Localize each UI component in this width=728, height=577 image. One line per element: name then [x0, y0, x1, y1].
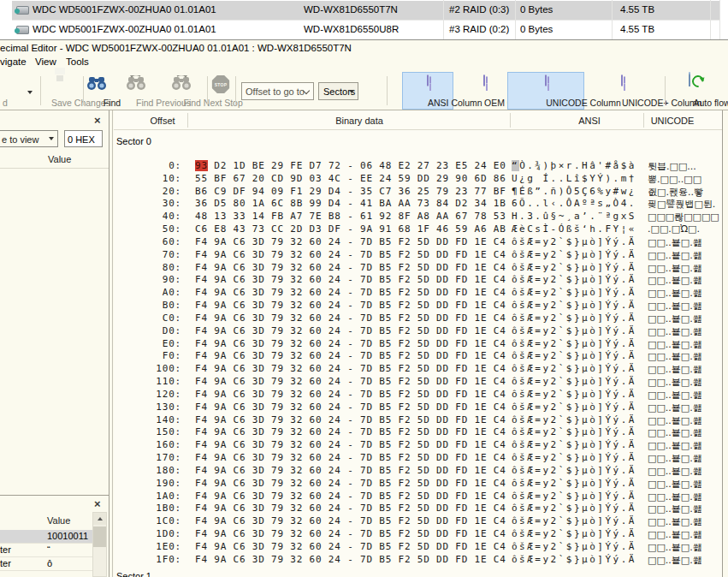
- hex-row-ansi[interactable]: ôšÆ=y2`$}µò]Ýý.Ä: [512, 389, 636, 400]
- hex-editor-panel[interactable]: Offset Binary data ANSI UNICODE Sector 0…: [114, 110, 722, 577]
- hex-row-unicode[interactable]: □□..뵽□.쐞: [648, 262, 702, 275]
- hex-row[interactable]: E0:F4 9A C6 3D 79 32 60 24 - 7D B5 F2 5D…: [114, 337, 722, 350]
- hex-row-bytes[interactable]: F4 9A C6 3D 79 32 60 24 - 7D B5 F2 5D DD…: [195, 414, 506, 425]
- hex-row-bytes[interactable]: F4 9A C6 3D 79 32 60 24 - 7D B5 F2 5D DD…: [195, 338, 506, 349]
- hex-row-unicode[interactable]: □□..뵽□.쐞: [648, 528, 702, 541]
- hex-row-ansi[interactable]: ¶Éß”.ñ)Ô5Ç6%y#w¿: [512, 186, 636, 197]
- inspector-row[interactable]: terô: [0, 557, 92, 571]
- hex-row-ansi[interactable]: U¿g Í..Lî$YÝ).m†: [512, 173, 636, 184]
- template-select[interactable]: e to view: [0, 130, 58, 147]
- hex-row[interactable]: 170:F4 9A C6 3D 79 32 60 24 - 7D B5 F2 5…: [114, 451, 722, 464]
- hex-row-bytes[interactable]: F4 9A C6 3D 79 32 60 24 - 7D B5 F2 5D DD…: [195, 262, 506, 273]
- hex-row-bytes[interactable]: F4 9A C6 3D 79 32 60 24 - 7D B5 F2 5D DD…: [195, 249, 506, 260]
- hex-row-unicode[interactable]: 뽕.□□..□□: [648, 173, 701, 186]
- hex-row[interactable]: 50:C6 E8 43 73 CC 2D D3 DF - 9A 91 68 1F…: [114, 223, 722, 235]
- hex-row-unicode[interactable]: □□..뵽□.쐞: [648, 452, 702, 465]
- find-button[interactable]: Find: [81, 73, 112, 109]
- unicodeplus-column-toggle[interactable]: UNI+ UNICODE+ Column: [585, 73, 659, 109]
- hex-row-unicode[interactable]: □□..뵽□.쐞: [648, 236, 702, 249]
- hex-row-ansi[interactable]: ôšÆ=y2`$}µò]Ýý.Ä: [512, 312, 636, 324]
- hex-row-bytes[interactable]: F4 9A C6 3D 79 32 60 24 - 7D B5 F2 5D DD…: [195, 402, 506, 413]
- hex-row-ansi[interactable]: ôšÆ=y2`$}µò]Ýý.Ä: [512, 452, 636, 463]
- hex-row-bytes[interactable]: F4 9A C6 3D 79 32 60 24 - 7D B5 F2 5D DD…: [195, 426, 506, 437]
- save-changes-button[interactable]: Save Changes: [25, 73, 78, 109]
- hex-row-unicode[interactable]: □□..뵽□.쐞: [648, 376, 702, 389]
- find-previous-button[interactable]: Find Previous: [112, 73, 160, 109]
- scroll-up-button[interactable]: [93, 513, 106, 525]
- device-row[interactable]: WDC WD5001FZWX-00ZHUA0 01.01A01WD-WX81D6…: [12, 21, 719, 40]
- hex-row-unicode[interactable]: 픶□譬풙뱁□튄.: [648, 198, 715, 211]
- hex-row-bytes[interactable]: 55 BF 67 20 CD 9D 03 4C - EE 24 59 DD 29…: [195, 173, 506, 184]
- hex-row-bytes[interactable]: F4 9A C6 3D 79 32 60 24 - 7D B5 F2 5D DD…: [195, 287, 506, 298]
- stop-button[interactable]: STOP Stop: [208, 73, 234, 109]
- hex-row-bytes[interactable]: F4 9A C6 3D 79 32 60 24 - 7D B5 F2 5D DD…: [195, 389, 506, 400]
- hex-row-ansi[interactable]: ôšÆ=y2`$}µò]Ýý.Ä: [512, 274, 636, 285]
- inspector-row[interactable]: ter“: [0, 544, 92, 557]
- hex-row[interactable]: 10:55 BF 67 20 CD 9D 03 4C - EE 24 59 DD…: [114, 172, 722, 185]
- hex-row-unicode[interactable]: □□..뵽□.쐞: [648, 426, 702, 439]
- unicode-column-toggle[interactable]: UNI UNICODE Column: [507, 72, 584, 110]
- hex-row-ansi[interactable]: ôšÆ=y2`$}µò]Ýý.Ä: [512, 287, 636, 298]
- hex-row[interactable]: 60:F4 9A C6 3D 79 32 60 24 - 7D B5 F2 5D…: [114, 235, 722, 248]
- hex-row-unicode[interactable]: □□..뵽□.쐞: [648, 503, 702, 515]
- hex-row-unicode[interactable]: □□..뵽□.쐞: [648, 554, 702, 567]
- hex-row-unicode[interactable]: □□..뵽□.쐞: [648, 414, 702, 427]
- hex-row-ansi[interactable]: ôšÆ=y2`$}µò]Ýý.Ä: [512, 503, 636, 514]
- close-icon[interactable]: ×: [94, 499, 101, 509]
- hex-row-ansi[interactable]: ôšÆ=y2`$}µò]Ýý.Ä: [512, 478, 636, 489]
- hex-row[interactable]: 140:F4 9A C6 3D 79 32 60 24 - 7D B5 F2 5…: [114, 413, 722, 426]
- hex-row-bytes[interactable]: F4 9A C6 3D 79 32 60 24 - 7D B5 F2 5D DD…: [195, 528, 506, 539]
- hex-row-ansi[interactable]: ôšÆ=y2`$}µò]Ýý.Ä: [512, 515, 636, 526]
- hex-row-unicode[interactable]: □□..뵽□.쐞: [648, 491, 702, 503]
- hex-row[interactable]: 190:F4 9A C6 3D 79 32 60 24 - 7D B5 F2 5…: [114, 477, 722, 490]
- hex-row-unicode[interactable]: □□..뵽□.쐞: [648, 274, 702, 287]
- offset-goto-combobox[interactable]: Offset to go to: [241, 82, 314, 100]
- menu-view[interactable]: View: [35, 57, 56, 67]
- hex-row-bytes[interactable]: F4 9A C6 3D 79 32 60 24 - 7D B5 F2 5D DD…: [195, 350, 506, 361]
- hex-row-ansi[interactable]: ÆèCsÌ-Óßš‘h.FY¦«: [512, 223, 636, 235]
- hex-row-unicode[interactable]: □□..뵽□.쐞: [648, 350, 702, 363]
- hex-row-unicode[interactable]: □□□롾□□□□: [648, 211, 719, 223]
- hex-row[interactable]: 180:F4 9A C6 3D 79 32 60 24 - 7D B5 F2 5…: [114, 464, 722, 477]
- oem-column-toggle[interactable]: OEM OEM Column: [462, 73, 506, 109]
- hex-row[interactable]: 1D0:F4 9A C6 3D 79 32 60 24 - 7D B5 F2 5…: [114, 527, 722, 540]
- hex-row-unicode[interactable]: □□..뵽□.쐞: [648, 402, 702, 414]
- hex-row[interactable]: 120:F4 9A C6 3D 79 32 60 24 - 7D B5 F2 5…: [114, 388, 722, 401]
- hex-row[interactable]: C0:F4 9A C6 3D 79 32 60 24 - 7D B5 F2 5D…: [114, 312, 722, 324]
- inspector-row[interactable]: 10010011: [0, 530, 92, 544]
- hex-row-unicode[interactable]: .□□.□Ὠ□.: [648, 223, 700, 235]
- hex-row-bytes[interactable]: C6 E8 43 73 CC 2D D3 DF - 9A 91 68 1F 46…: [195, 223, 506, 235]
- menu-tools[interactable]: Tools: [66, 57, 89, 67]
- hex-row-unicode[interactable]: □□..뵽□.쐞: [648, 363, 702, 376]
- hex-row-bytes[interactable]: F4 9A C6 3D 79 32 60 24 - 7D B5 F2 5D DD…: [195, 439, 506, 450]
- hex-row-ansi[interactable]: ôšÆ=y2`$}µò]Ýý.Ä: [512, 363, 636, 374]
- pane-splitter[interactable]: [0, 39, 728, 40]
- hex-row-unicode[interactable]: □□..뵽□.쐞: [648, 287, 702, 300]
- hex-row[interactable]: 80:F4 9A C6 3D 79 32 60 24 - 7D B5 F2 5D…: [114, 261, 722, 274]
- hex-row-unicode[interactable]: □□..뵽□.쐞: [648, 325, 702, 338]
- hex-row-bytes[interactable]: F4 9A C6 3D 79 32 60 24 - 7D B5 F2 5D DD…: [195, 554, 506, 565]
- hex-row-ansi[interactable]: ôšÆ=y2`$}µò]Ýý.Ä: [512, 426, 636, 437]
- hex-row[interactable]: 1F0:F4 9A C6 3D 79 32 60 24 - 7D B5 F2 5…: [114, 553, 722, 566]
- hex-row-bytes[interactable]: B6 C9 DF 94 09 F1 29 D4 - 35 C7 36 25 79…: [195, 186, 506, 197]
- hex-row-bytes[interactable]: 48 13 33 14 FB A7 7E B8 - 61 92 8F A8 AA…: [195, 211, 506, 222]
- hex-row[interactable]: 130:F4 9A C6 3D 79 32 60 24 - 7D B5 F2 5…: [114, 401, 722, 413]
- hex-row-unicode[interactable]: □□..뵽□.쐞: [648, 312, 702, 325]
- hex-row-ansi[interactable]: ôšÆ=y2`$}µò]Ýý.Ä: [512, 350, 636, 361]
- hex-row-bytes[interactable]: F4 9A C6 3D 79 32 60 24 - 7D B5 F2 5D DD…: [195, 376, 506, 387]
- hex-row[interactable]: 160:F4 9A C6 3D 79 32 60 24 - 7D B5 F2 5…: [114, 438, 722, 451]
- hex-row-bytes[interactable]: F4 9A C6 3D 79 32 60 24 - 7D B5 F2 5D DD…: [195, 515, 506, 526]
- hex-row-ansi[interactable]: ôšÆ=y2`$}µò]Ýý.Ä: [512, 414, 636, 425]
- hex-row-bytes[interactable]: F4 9A C6 3D 79 32 60 24 - 7D B5 F2 5D DD…: [195, 363, 506, 374]
- selected-byte[interactable]: 93: [195, 160, 208, 171]
- hex-row[interactable]: 70:F4 9A C6 3D 79 32 60 24 - 7D B5 F2 5D…: [114, 248, 722, 261]
- hex-row-unicode[interactable]: □□..뵽□.쐞: [648, 249, 702, 262]
- hex-row[interactable]: A0:F4 9A C6 3D 79 32 60 24 - 7D B5 F2 5D…: [114, 286, 722, 299]
- hex-row-ansi[interactable]: ôšÆ=y2`$}µò]Ýý.Ä: [512, 439, 636, 450]
- hex-row-bytes[interactable]: F4 9A C6 3D 79 32 60 24 - 7D B5 F2 5D DD…: [195, 274, 506, 285]
- hex-row-ansi[interactable]: ôšÆ=y2`$}µò]Ýý.Ä: [512, 541, 636, 552]
- hex-row-ansi[interactable]: ôšÆ=y2`$}µò]Ýý.Ä: [512, 491, 636, 502]
- hex-row-ansi[interactable]: ôšÆ=y2`$}µò]Ýý.Ä: [512, 528, 636, 539]
- hex-row-ansi[interactable]: ôšÆ=y2`$}µò]Ýý.Ä: [512, 376, 636, 387]
- hex-row-bytes[interactable]: F4 9A C6 3D 79 32 60 24 - 7D B5 F2 5D DD…: [195, 541, 506, 552]
